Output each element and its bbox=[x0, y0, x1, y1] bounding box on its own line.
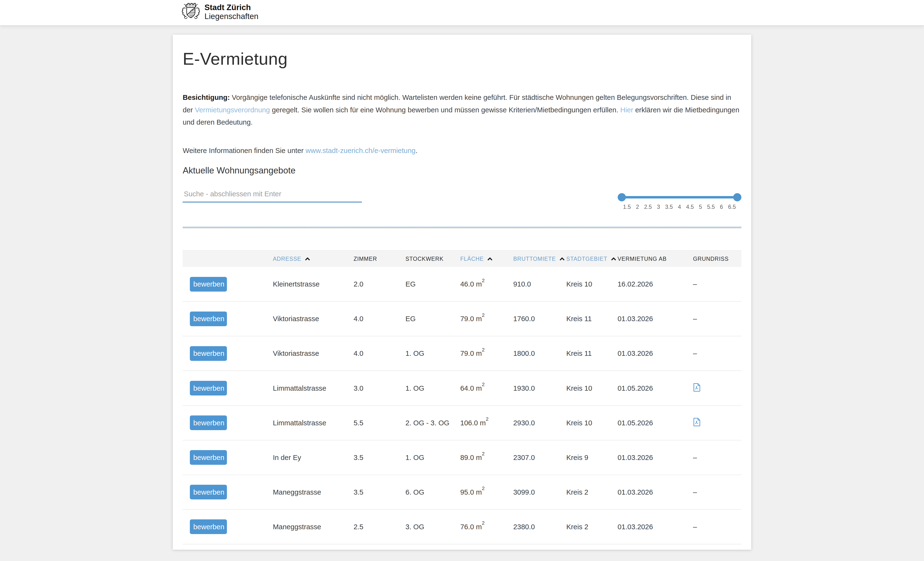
search-input[interactable] bbox=[183, 186, 362, 202]
cell-grundriss: – bbox=[692, 315, 741, 323]
intro-label: Besichtigung: bbox=[183, 93, 230, 101]
cell-grundriss: – bbox=[692, 280, 741, 288]
column-header-label: ZIMMER bbox=[354, 256, 377, 262]
cell-adresse: Viktoriastrasse bbox=[273, 315, 354, 323]
cell-adresse: In der Ey bbox=[273, 453, 354, 462]
cell-bruttomiete: 1760.0 bbox=[513, 315, 566, 323]
brand: Stadt Zürich Liegenschaften bbox=[180, 2, 258, 22]
brand-subtitle: Liegenschaften bbox=[204, 12, 258, 21]
bewerben-button[interactable]: bewerben bbox=[190, 277, 227, 292]
main: E-Vermietung Besichtigung: Vorgängige te… bbox=[0, 26, 924, 561]
cell-grundriss: – bbox=[692, 453, 741, 462]
slider-tick-label: 5.5 bbox=[706, 204, 716, 210]
action-cell: bewerben bbox=[183, 519, 273, 534]
pdf-file-icon[interactable] bbox=[693, 418, 701, 426]
listings-table: ADRESSEZIMMERSTOCKWERKFLÄCHEBRUTTOMIETES… bbox=[183, 250, 741, 544]
slider-labels: 1.522.533.544.555.566.5 bbox=[622, 204, 737, 210]
column-header-brutto[interactable]: BRUTTOMIETE bbox=[513, 256, 566, 262]
cell-flaeche: 79.0 m2 bbox=[460, 315, 513, 323]
action-cell: bewerben bbox=[183, 416, 273, 430]
action-cell: bewerben bbox=[183, 485, 273, 500]
cell-vermietung-ab: 01.03.2026 bbox=[618, 523, 692, 531]
slider-handle-min[interactable] bbox=[618, 193, 626, 201]
column-header-flaeche[interactable]: FLÄCHE bbox=[460, 256, 513, 262]
column-header-zimmer: ZIMMER bbox=[354, 256, 405, 262]
no-floorplan-dash: – bbox=[693, 488, 697, 496]
cell-zimmer: 2.0 bbox=[354, 280, 405, 288]
chevron-up-icon bbox=[305, 257, 310, 261]
cell-zimmer: 3.5 bbox=[354, 488, 405, 496]
pdf-file-icon[interactable] bbox=[693, 383, 701, 392]
bewerben-button[interactable]: bewerben bbox=[190, 485, 227, 500]
table-row: bewerbenManeggstrasse2.53. OG76.0 m22380… bbox=[183, 510, 741, 544]
slider-tick-label: 3.5 bbox=[664, 204, 674, 210]
column-header-label: STOCKWERK bbox=[405, 256, 444, 262]
cell-vermietung-ab: 01.03.2026 bbox=[618, 315, 692, 323]
table-row: bewerbenIn der Ey3.51. OG89.0 m22307.0Kr… bbox=[183, 441, 741, 475]
cell-vermietung-ab: 01.05.2026 bbox=[618, 419, 692, 427]
cell-zimmer: 5.5 bbox=[354, 419, 405, 427]
bewerben-button[interactable]: bewerben bbox=[190, 346, 227, 361]
brand-title: Stadt Zürich bbox=[204, 3, 258, 12]
brand-text: Stadt Zürich Liegenschaften bbox=[204, 3, 258, 21]
cell-bruttomiete: 2380.0 bbox=[513, 523, 566, 531]
column-header-stadt[interactable]: STADTGEBIET bbox=[566, 256, 618, 262]
chevron-up-icon bbox=[611, 257, 616, 261]
rooms-range-slider: 1.522.533.544.555.566.5 bbox=[622, 191, 737, 210]
cell-stockwerk: 2. OG - 3. OG bbox=[405, 419, 460, 427]
cell-stockwerk: 3. OG bbox=[405, 523, 460, 531]
cell-vermietung-ab: 01.03.2026 bbox=[618, 453, 692, 462]
cell-vermietung-ab: 16.02.2026 bbox=[618, 280, 692, 288]
column-header-label: BRUTTOMIETE bbox=[513, 256, 556, 262]
table-row: bewerbenViktoriastrasse4.01. OG79.0 m218… bbox=[183, 336, 741, 371]
more-info-suffix: . bbox=[416, 147, 417, 154]
cell-vermietung-ab: 01.05.2026 bbox=[618, 384, 692, 392]
vermietungsverordnung-link[interactable]: Vermietungsverordnung bbox=[195, 106, 270, 114]
cell-bruttomiete: 2930.0 bbox=[513, 419, 566, 427]
cell-vermietung-ab: 01.03.2026 bbox=[618, 488, 692, 496]
chevron-up-icon bbox=[560, 257, 565, 261]
cell-stadtgebiet: Kreis 10 bbox=[566, 384, 618, 392]
cell-flaeche: 95.0 m2 bbox=[460, 488, 513, 496]
column-header-adresse[interactable]: ADRESSE bbox=[273, 256, 354, 262]
cell-stadtgebiet: Kreis 11 bbox=[566, 315, 618, 323]
slider-tick-label: 6.5 bbox=[727, 204, 737, 210]
cell-adresse: Kleinertstrasse bbox=[273, 280, 354, 288]
bewerben-button[interactable]: bewerben bbox=[190, 416, 227, 430]
cell-adresse: Limmattalstrasse bbox=[273, 419, 354, 427]
intro-text-2: geregelt. Sie wollen sich für eine Wohnu… bbox=[270, 106, 620, 114]
slider-track[interactable] bbox=[622, 196, 737, 198]
bewerben-button[interactable]: bewerben bbox=[190, 519, 227, 534]
app-header: Stadt Zürich Liegenschaften bbox=[0, 0, 924, 26]
cell-zimmer: 4.0 bbox=[354, 349, 405, 357]
column-header-label: GRUNDRISS bbox=[693, 256, 729, 262]
stadt-zuerich-logo bbox=[180, 2, 201, 22]
slider-tick-label: 3 bbox=[653, 204, 664, 210]
e-vermietung-url-link[interactable]: www.stadt-zuerich.ch/e-vermietung bbox=[306, 147, 416, 154]
page-title: E-Vermietung bbox=[183, 34, 741, 70]
column-header-stockwerk: STOCKWERK bbox=[405, 256, 460, 262]
cell-zimmer: 3.5 bbox=[354, 453, 405, 462]
action-cell: bewerben bbox=[183, 381, 273, 396]
slider-handle-max[interactable] bbox=[733, 193, 741, 201]
no-floorplan-dash: – bbox=[693, 315, 697, 322]
bewerben-button[interactable]: bewerben bbox=[190, 450, 227, 465]
table-row: bewerbenLimmattalstrasse3.01. OG64.0 m21… bbox=[183, 371, 741, 406]
table-row: bewerbenKleinertstrasse2.0EG46.0 m2910.0… bbox=[183, 267, 741, 302]
cell-stadtgebiet: Kreis 9 bbox=[566, 453, 618, 462]
table-header-row: ADRESSEZIMMERSTOCKWERKFLÄCHEBRUTTOMIETES… bbox=[183, 250, 741, 267]
cell-bruttomiete: 1930.0 bbox=[513, 384, 566, 392]
cell-flaeche: 64.0 m2 bbox=[460, 384, 513, 392]
bewerben-button[interactable]: bewerben bbox=[190, 381, 227, 396]
action-cell: bewerben bbox=[183, 312, 273, 326]
column-header-label: ADRESSE bbox=[273, 256, 301, 262]
bewerben-button[interactable]: bewerben bbox=[190, 312, 227, 326]
cell-bruttomiete: 1800.0 bbox=[513, 349, 566, 357]
cell-flaeche: 46.0 m2 bbox=[460, 280, 513, 288]
cell-adresse: Limmattalstrasse bbox=[273, 384, 354, 392]
no-floorplan-dash: – bbox=[693, 523, 697, 531]
hier-link[interactable]: Hier bbox=[620, 106, 633, 114]
action-cell: bewerben bbox=[183, 346, 273, 361]
slider-tick-label: 4.5 bbox=[685, 204, 695, 210]
slider-tick-label: 4 bbox=[674, 204, 685, 210]
